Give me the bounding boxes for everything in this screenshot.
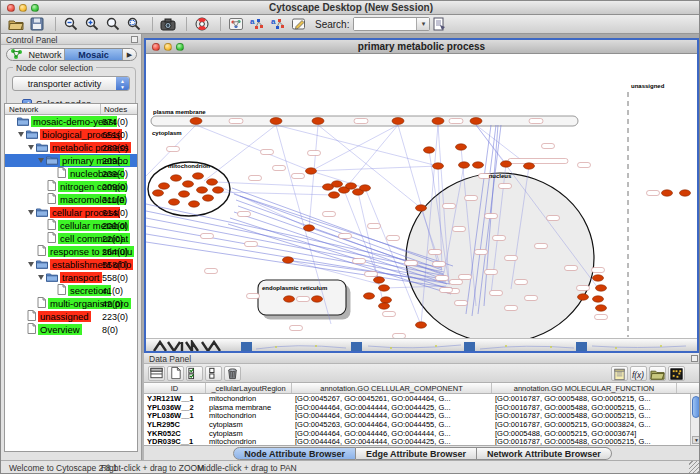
tree-item-cellular-metabol[interactable]: cellular metabol209(0) [5, 219, 137, 232]
tree-item-overview[interactable]: Overview8(0) [5, 323, 137, 336]
table-row[interactable]: YLR295Ccytoplasm[GO:0045263, GO:0044464,… [144, 420, 700, 429]
graph-node[interactable] [473, 162, 484, 168]
tree-item-cellular-process[interactable]: cellular process614(0) [5, 206, 137, 219]
graph-node[interactable] [203, 195, 214, 201]
network-overview-icon[interactable] [227, 16, 245, 32]
column-header[interactable]: annotation.GO MOLECULAR_FUNCTION [492, 383, 677, 393]
graph-node[interactable] [596, 305, 607, 311]
table-row[interactable]: YKR052Ccytoplasm[GO:0044464, GO:0044446,… [144, 429, 700, 438]
tree-item-secretion[interactable]: secretion41(0) [5, 284, 137, 297]
expand-arrow-icon[interactable] [38, 275, 44, 280]
scrollbar-thumb[interactable] [692, 396, 700, 418]
graph-node[interactable] [329, 192, 340, 198]
tab-overflow-arrow[interactable]: ▶ [123, 49, 136, 60]
layout-labels-blue-icon[interactable]: a [248, 16, 266, 32]
tab-edge-attribute-browser[interactable]: Edge Attribute Browser [356, 447, 477, 460]
help-lifering-icon[interactable] [193, 16, 211, 32]
expand-arrow-icon[interactable] [28, 262, 34, 267]
save-session-icon[interactable] [28, 16, 46, 32]
graph-node[interactable] [392, 118, 404, 125]
graph-node[interactable] [153, 190, 164, 196]
graph-node[interactable] [459, 162, 470, 168]
tree-item-establishment-of-lo[interactable]: establishment of lo558(0) [5, 258, 137, 271]
graph-node[interactable] [332, 181, 343, 187]
graph-node[interactable] [193, 173, 204, 179]
graph-node[interactable] [381, 297, 392, 303]
graph-node[interactable] [524, 163, 535, 169]
graph-node[interactable] [593, 296, 604, 302]
graph-node[interactable] [312, 118, 324, 125]
open-file-icon[interactable] [7, 16, 25, 32]
float-data-panel-icon[interactable] [691, 355, 698, 362]
tree-item-metabolic-process[interactable]: metabolic process280(0) [5, 141, 137, 154]
graph-node[interactable] [171, 175, 182, 181]
notepad-icon[interactable] [611, 366, 628, 381]
graph-node[interactable] [169, 199, 180, 205]
graph-node[interactable] [578, 294, 589, 300]
graph-node[interactable] [283, 257, 294, 263]
float-panel-icon[interactable] [131, 36, 138, 43]
graph-node[interactable] [312, 296, 323, 302]
column-header[interactable]: annotation.GO CELLULAR_COMPONENT [292, 383, 492, 393]
graph-node[interactable] [470, 118, 482, 125]
column-header[interactable]: _cellularLayoutRegion [206, 383, 292, 393]
tab-network[interactable]: Network [7, 49, 65, 60]
graph-node[interactable] [379, 303, 390, 309]
tree-item-biological-process[interactable]: biological_process651(0) [5, 128, 137, 141]
layout-labels-red-icon[interactable]: a [269, 16, 287, 32]
graph-node[interactable] [416, 322, 427, 328]
tree-item-mosaic-demo-yeast[interactable]: mosaic-demo-yeast874(0) [5, 115, 137, 128]
graph-node[interactable] [179, 191, 190, 197]
tree-item-primary-metabo[interactable]: primary metabo209(... [5, 154, 137, 167]
table-row[interactable]: YJR121W__1mitochondrion[GO:0045267, GO:0… [144, 394, 700, 403]
search-input[interactable] [354, 18, 416, 30]
graph-node[interactable] [207, 179, 218, 185]
tree-item-unassigned[interactable]: unassigned223(0) [5, 310, 137, 323]
tab-node-attribute-browser[interactable]: Node Attribute Browser [233, 447, 356, 460]
graph-node[interactable] [346, 183, 357, 189]
unselect-attributes-icon[interactable] [205, 366, 222, 381]
graph-node[interactable] [213, 187, 224, 193]
snapshot-camera-icon[interactable] [159, 16, 177, 32]
graph-node[interactable] [364, 293, 375, 299]
zoom-out-icon[interactable] [62, 16, 80, 32]
table-scrollbar[interactable]: ▼ [690, 394, 700, 445]
attribute-table-icon[interactable] [148, 366, 165, 381]
tree-item-response-to-stimulu[interactable]: response to stimulu264(0) [5, 245, 137, 258]
expand-arrow-icon[interactable] [38, 158, 44, 163]
graph-node[interactable] [379, 285, 390, 291]
graph-node[interactable] [432, 118, 444, 125]
graph-node[interactable] [197, 187, 208, 193]
graph-node[interactable] [501, 161, 512, 167]
graph-node[interactable] [183, 181, 194, 187]
delete-attribute-icon[interactable] [224, 366, 241, 381]
tree-item-nitrogen-compo[interactable]: nitrogen compo209(0) [5, 180, 137, 193]
table-row[interactable]: YPL036W__1mitochondrion[GO:0044464, GO:0… [144, 411, 700, 420]
search-dropdown-button[interactable]: ▾ [416, 18, 429, 30]
expand-arrow-icon[interactable] [28, 210, 34, 215]
zoom-selected-region-icon[interactable] [104, 16, 122, 32]
import-attributes-folder-icon[interactable] [649, 366, 666, 381]
graph-node[interactable] [416, 205, 427, 211]
tree-item-transport[interactable]: transport558(0) [5, 271, 137, 284]
tree-item-cell-communicat[interactable]: cell communicat22(0) [5, 232, 137, 245]
graph-node[interactable] [306, 168, 317, 174]
graph-node[interactable] [284, 296, 295, 302]
region-nucleus[interactable] [406, 173, 594, 338]
graph-node[interactable] [433, 163, 444, 169]
zoom-in-icon[interactable] [83, 16, 101, 32]
graph-node[interactable] [374, 277, 385, 283]
table-row[interactable]: YDR039C__1mitochondrion[GO:0044464, GO:0… [144, 437, 700, 446]
column-header[interactable]: ID [144, 383, 206, 393]
graph-node[interactable] [456, 144, 467, 150]
graph-node[interactable] [596, 285, 607, 291]
tab-network-attribute-browser[interactable]: Network Attribute Browser [477, 447, 612, 460]
graph-node[interactable] [424, 147, 435, 153]
table-row[interactable]: YPL036W__2plasma membrane[GO:0044464, GO… [144, 403, 700, 412]
tree-column-network[interactable]: Network [5, 104, 101, 114]
attribute-matrix-icon[interactable] [668, 366, 685, 381]
annotation-pencil-box-icon[interactable] [290, 16, 308, 32]
new-attribute-icon[interactable] [167, 366, 184, 381]
import-document-icon[interactable] [430, 16, 448, 32]
tab-mosaic[interactable]: Mosaic [65, 49, 123, 60]
